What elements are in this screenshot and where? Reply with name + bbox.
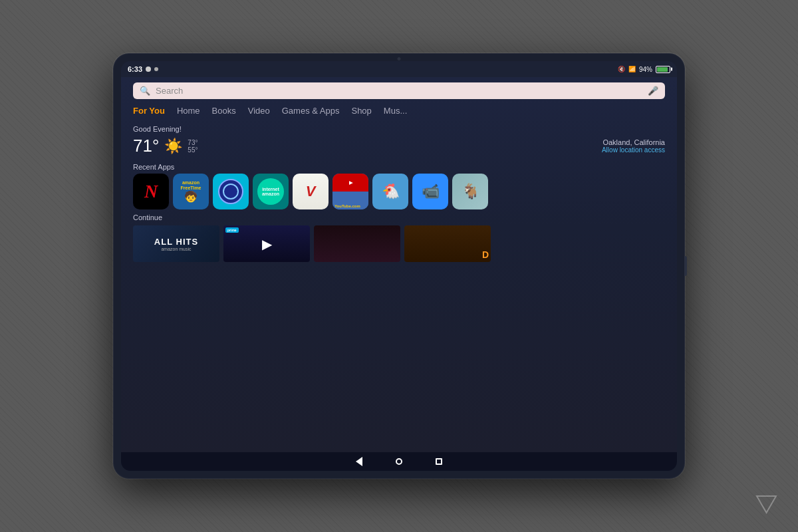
amazon-music-label: amazon music <box>161 247 191 251</box>
nav-tabs: For You Home Books Video Games & Apps Sh… <box>121 103 677 118</box>
temp-low: 55° <box>188 146 198 154</box>
search-placeholder: Search <box>156 86 642 96</box>
home-icon <box>396 458 402 465</box>
status-bar: 6:33 🔇 📶 94% <box>121 61 677 77</box>
freetime-content: amazonFreeTime 🧒 <box>173 174 209 209</box>
freetime-title: amazonFreeTime <box>181 180 201 190</box>
vivaldi-v: V <box>306 183 316 200</box>
youtube-red: ▶ <box>332 174 368 192</box>
weather-left: 71° ☀️ 73° 55° <box>133 136 198 156</box>
app-icon-vivaldi[interactable]: V <box>293 174 329 209</box>
svg-marker-0 <box>757 496 776 513</box>
status-icon-1 <box>146 66 151 72</box>
location-access-link[interactable]: Allow location access <box>602 146 665 154</box>
recent-apps-title: Recent Apps <box>121 159 677 174</box>
recent-button[interactable] <box>436 458 442 465</box>
continue-card-prime[interactable]: prime ▶ <box>223 225 310 262</box>
app-icon-goat[interactable]: 🐐 <box>452 174 488 209</box>
continue-card-orange[interactable]: D <box>404 225 491 262</box>
app-icon-zoom[interactable]: 📹 <box>412 174 448 209</box>
mic-icon[interactable]: 🎤 <box>648 86 658 96</box>
verge-logo <box>755 493 778 516</box>
location-text: Oakland, California <box>602 138 665 146</box>
prime-badge: prime <box>225 227 239 233</box>
amazon-label: amazon <box>262 192 279 196</box>
app-icon-chicken[interactable]: 🐔 <box>372 174 408 209</box>
vivaldi-logo: V <box>300 181 321 202</box>
back-button[interactable] <box>356 457 362 466</box>
sun-icon: ☀️ <box>164 138 182 155</box>
side-button[interactable] <box>684 256 687 276</box>
freetime-figure: 🧒 <box>184 190 198 203</box>
tablet-device: 6:33 🔇 📶 94% 🔍 Search 🎤 <box>113 53 685 479</box>
battery-icon <box>656 66 670 73</box>
nav-bar <box>121 452 677 471</box>
weather-row: 71° ☀️ 73° 55° Oakland, California Allow… <box>133 136 665 156</box>
search-bar[interactable]: 🔍 Search 🎤 <box>133 82 665 99</box>
recent-apps-row: N amazonFreeTime 🧒 <box>121 174 677 209</box>
youtube-blue: YouTube.com <box>332 192 368 209</box>
tab-games-apps[interactable]: Games & Apps <box>282 103 340 118</box>
search-icon: 🔍 <box>140 86 150 96</box>
chicken-emoji: 🐔 <box>382 183 400 200</box>
wifi-icon: 📶 <box>628 66 636 72</box>
internet-logo: internet amazon <box>257 178 284 205</box>
zoom-emoji: 📹 <box>422 183 440 200</box>
alexa-logo <box>218 179 243 204</box>
battery-fill <box>657 67 668 72</box>
tab-books[interactable]: Books <box>212 103 236 118</box>
netflix-logo: N <box>144 181 158 202</box>
tablet-screen: 6:33 🔇 📶 94% 🔍 Search 🎤 <box>121 61 677 471</box>
screen-content: 🔍 Search 🎤 For You Home Books Video Game… <box>121 77 677 452</box>
status-left: 6:33 <box>128 65 158 73</box>
alexa-ring <box>223 184 239 200</box>
tab-for-you[interactable]: For You <box>133 103 165 118</box>
back-icon <box>356 457 362 466</box>
continue-card-dark[interactable] <box>314 225 400 262</box>
app-icon-alexa[interactable] <box>213 174 249 209</box>
tab-music[interactable]: Mus... <box>384 103 407 118</box>
continue-title: Continue <box>121 209 677 224</box>
notification-icon <box>154 67 158 71</box>
weather-right: Oakland, California Allow location acces… <box>602 138 665 154</box>
camera-dot <box>398 57 401 61</box>
weather-section: Good Evening! 71° ☀️ 73° 55° Oakland, Ca… <box>121 121 677 159</box>
app-icon-youtube[interactable]: ▶ YouTube.com <box>332 174 368 209</box>
mute-icon: 🔇 <box>618 66 625 72</box>
tab-home[interactable]: Home <box>177 103 200 118</box>
home-button[interactable] <box>396 458 402 465</box>
temperature-main: 71° <box>133 136 159 156</box>
greeting-text: Good Evening! <box>133 125 665 133</box>
recent-icon <box>436 458 442 465</box>
time-display: 6:33 <box>128 65 142 73</box>
temp-high: 73° <box>188 139 198 146</box>
app-icon-internet[interactable]: internet amazon <box>253 174 289 209</box>
app-icon-freetime[interactable]: amazonFreeTime 🧒 <box>173 174 209 209</box>
goat-emoji: 🐐 <box>462 183 479 200</box>
continue-row: ALL HITS amazon music prime ▶ D <box>121 225 677 262</box>
verge-watermark <box>755 493 778 519</box>
battery-percent: 94% <box>639 66 652 73</box>
internet-label: internet <box>262 187 279 192</box>
continue-card-allhits[interactable]: ALL HITS amazon music <box>133 225 219 262</box>
temp-hilo: 73° 55° <box>188 139 198 154</box>
status-right: 🔇 📶 94% <box>618 66 670 73</box>
allhits-text: ALL HITS <box>154 237 198 247</box>
search-container: 🔍 Search 🎤 <box>121 77 677 103</box>
app-icon-netflix[interactable]: N <box>133 174 169 209</box>
tab-video[interactable]: Video <box>248 103 270 118</box>
prime-play-icon: ▶ <box>262 236 272 252</box>
tab-shop[interactable]: Shop <box>351 103 371 118</box>
orange-label: D <box>482 249 489 260</box>
